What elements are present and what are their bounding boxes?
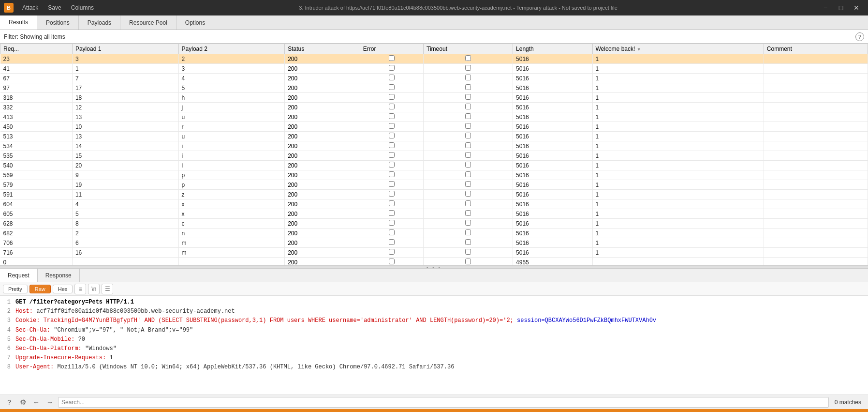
error-checkbox[interactable] <box>389 104 395 109</box>
filter-text[interactable]: Filter: Showing all items <box>4 33 855 40</box>
tab-payloads[interactable]: Payloads <box>79 15 120 30</box>
error-checkbox[interactable] <box>389 181 395 187</box>
table-row[interactable]: 53414i20050161 <box>0 141 868 151</box>
col-welcome-back[interactable]: Welcome back! ▼ <box>592 44 764 54</box>
timeout-checkbox[interactable] <box>465 65 471 71</box>
minimize-button[interactable]: − <box>818 0 833 15</box>
timeout-checkbox[interactable] <box>465 94 471 100</box>
table-row[interactable]: 57919p20050161 <box>0 180 868 190</box>
table-row[interactable]: 53515i20050161 <box>0 151 868 161</box>
error-checkbox[interactable] <box>389 142 395 148</box>
timeout-checkbox[interactable] <box>465 113 471 119</box>
table-row[interactable]: 54020i20050161 <box>0 161 868 170</box>
timeout-checkbox[interactable] <box>465 75 471 80</box>
btn-raw[interactable]: Raw <box>29 285 51 293</box>
timeout-checkbox[interactable] <box>465 104 471 109</box>
table-row[interactable]: 6055x20050161 <box>0 209 868 219</box>
error-checkbox[interactable] <box>389 239 395 245</box>
table-row[interactable]: 6288c20050161 <box>0 219 868 229</box>
table-row[interactable]: 45010r20050161 <box>0 122 868 132</box>
tab-response[interactable]: Response <box>38 269 80 282</box>
error-checkbox[interactable] <box>389 55 395 61</box>
btn-menu-icon[interactable]: ☰ <box>102 284 113 294</box>
table-row[interactable]: 71616m20050161 <box>0 248 868 258</box>
tab-options[interactable]: Options <box>177 15 214 30</box>
timeout-checkbox[interactable] <box>465 200 471 206</box>
timeout-checkbox[interactable] <box>465 259 471 264</box>
table-row[interactable]: 33212j20050161 <box>0 103 868 112</box>
table-row[interactable]: 59111z20050161 <box>0 190 868 199</box>
timeout-checkbox[interactable] <box>465 181 471 187</box>
timeout-checkbox[interactable] <box>465 239 471 245</box>
timeout-checkbox[interactable] <box>465 152 471 158</box>
col-status[interactable]: Status <box>285 44 360 54</box>
filter-help-icon[interactable]: ? <box>855 32 864 41</box>
back-icon-btn[interactable]: ← <box>31 397 42 408</box>
table-row[interactable]: 7066m20050161 <box>0 238 868 248</box>
menu-save[interactable]: Save <box>43 2 66 13</box>
table-row[interactable]: 9717520050161 <box>0 83 868 93</box>
col-timeout[interactable]: Timeout <box>424 44 513 54</box>
tab-positions[interactable]: Positions <box>37 15 79 30</box>
forward-icon-btn[interactable]: → <box>44 397 55 408</box>
table-row[interactable]: 31818h20050161 <box>0 93 868 103</box>
error-checkbox[interactable] <box>389 191 395 197</box>
error-checkbox[interactable] <box>389 94 395 100</box>
error-checkbox[interactable] <box>389 229 395 235</box>
col-payload2[interactable]: Payload 2 <box>178 44 285 54</box>
menu-columns[interactable]: Columns <box>66 2 99 13</box>
col-error[interactable]: Error <box>360 44 423 54</box>
settings-icon-btn[interactable]: ⚙ <box>17 397 28 408</box>
results-table-container[interactable]: Req... Payload 1 Payload 2 Status Error … <box>0 44 868 266</box>
error-checkbox[interactable] <box>389 249 395 255</box>
search-input[interactable] <box>58 397 829 408</box>
tab-request[interactable]: Request <box>0 269 38 282</box>
error-checkbox[interactable] <box>389 113 395 119</box>
error-checkbox[interactable] <box>389 152 395 158</box>
timeout-checkbox[interactable] <box>465 229 471 235</box>
timeout-checkbox[interactable] <box>465 123 471 129</box>
table-row[interactable]: 6044x20050161 <box>0 199 868 209</box>
error-checkbox[interactable] <box>389 123 395 129</box>
table-row[interactable]: 411320050161 <box>0 64 868 74</box>
timeout-checkbox[interactable] <box>465 171 471 177</box>
menu-attack[interactable]: Attack <box>17 2 43 13</box>
error-checkbox[interactable] <box>389 210 395 216</box>
error-checkbox[interactable] <box>389 84 395 90</box>
col-req[interactable]: Req... <box>0 44 73 54</box>
table-row[interactable]: 677420050161 <box>0 74 868 83</box>
col-length[interactable]: Length <box>513 44 592 54</box>
error-checkbox[interactable] <box>389 75 395 80</box>
tab-resource-pool[interactable]: Resource Pool <box>120 15 177 30</box>
error-checkbox[interactable] <box>389 162 395 168</box>
error-checkbox[interactable] <box>389 133 395 138</box>
btn-pretty[interactable]: Pretty <box>3 285 28 293</box>
timeout-checkbox[interactable] <box>465 220 471 226</box>
timeout-checkbox[interactable] <box>465 142 471 148</box>
table-row[interactable]: 233220050161 <box>0 54 868 64</box>
tab-results[interactable]: Results <box>0 15 37 30</box>
timeout-checkbox[interactable] <box>465 191 471 197</box>
help-icon-btn[interactable]: ? <box>4 397 15 408</box>
timeout-checkbox[interactable] <box>465 210 471 216</box>
table-row[interactable]: 51313u20050161 <box>0 132 868 141</box>
timeout-checkbox[interactable] <box>465 55 471 61</box>
close-button[interactable]: ✕ <box>849 0 864 15</box>
btn-hex[interactable]: Hex <box>53 285 73 293</box>
error-checkbox[interactable] <box>389 200 395 206</box>
table-row[interactable]: 5699p20050161 <box>0 170 868 180</box>
error-checkbox[interactable] <box>389 220 395 226</box>
table-row[interactable]: 41313u20050161 <box>0 112 868 122</box>
table-row[interactable]: 6822n20050161 <box>0 229 868 238</box>
col-comment[interactable]: Comment <box>764 44 868 54</box>
timeout-checkbox[interactable] <box>465 162 471 168</box>
btn-newline-icon[interactable]: \n <box>88 284 100 294</box>
timeout-checkbox[interactable] <box>465 249 471 255</box>
error-checkbox[interactable] <box>389 259 395 264</box>
timeout-checkbox[interactable] <box>465 84 471 90</box>
error-checkbox[interactable] <box>389 171 395 177</box>
timeout-checkbox[interactable] <box>465 133 471 138</box>
maximize-button[interactable]: □ <box>833 0 849 15</box>
error-checkbox[interactable] <box>389 65 395 71</box>
btn-list-icon[interactable]: ≡ <box>74 284 86 294</box>
